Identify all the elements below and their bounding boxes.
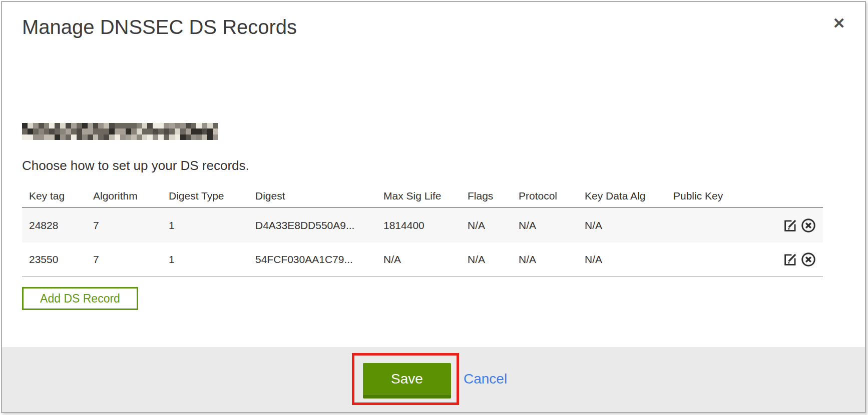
cell-digest-type: 1 [169, 220, 255, 232]
delete-record-button[interactable] [800, 251, 817, 268]
column-header-digest-type: Digest Type [169, 190, 255, 202]
cell-protocol: N/A [519, 254, 585, 266]
column-header-digest: Digest [255, 190, 383, 202]
table-row: 23550 7 1 54FCF030AA1C79... N/A N/A N/A … [22, 242, 823, 277]
cell-key-data-alg: N/A [585, 220, 673, 232]
table-header-row: Key tag Algorithm Digest Type Digest Max… [22, 185, 823, 208]
cell-protocol: N/A [519, 220, 585, 232]
manage-dnssec-modal: Manage DNSSEC DS Records ✕ Choose how to… [1, 1, 866, 413]
edit-icon [782, 252, 798, 268]
close-icon[interactable]: ✕ [828, 12, 850, 34]
add-ds-record-button[interactable]: Add DS Record [22, 287, 138, 310]
setup-instruction-text: Choose how to set up your DS records. [22, 158, 249, 174]
table-row: 24828 7 1 D4A33E8DD550A9... 1814400 N/A … [22, 208, 823, 242]
delete-icon [800, 252, 816, 268]
cell-max-sig-life: 1814400 [383, 220, 468, 232]
edit-record-button[interactable] [782, 251, 799, 268]
save-button[interactable]: Save [363, 363, 451, 398]
row-actions [748, 251, 823, 268]
ds-records-table: Key tag Algorithm Digest Type Digest Max… [22, 185, 823, 277]
column-header-key-data-alg: Key Data Alg [585, 190, 673, 202]
cell-algorithm: 7 [93, 254, 169, 266]
modal-title: Manage DNSSEC DS Records [22, 16, 297, 38]
column-header-key-tag: Key tag [22, 190, 93, 202]
cell-flags: N/A [468, 220, 519, 232]
column-header-algorithm: Algorithm [93, 190, 169, 202]
column-header-protocol: Protocol [519, 190, 585, 202]
cell-digest: D4A33E8DD550A9... [255, 220, 383, 232]
cancel-link[interactable]: Cancel [464, 371, 507, 387]
column-header-flags: Flags [468, 190, 519, 202]
column-header-max-sig-life: Max Sig Life [383, 190, 468, 202]
cell-key-tag: 23550 [22, 254, 93, 266]
cell-key-data-alg: N/A [585, 254, 673, 266]
redacted-domain [22, 123, 218, 140]
column-header-public-key: Public Key [673, 190, 748, 202]
delete-icon [800, 218, 816, 234]
cell-max-sig-life: N/A [383, 254, 468, 266]
cell-digest-type: 1 [169, 254, 255, 266]
edit-record-button[interactable] [782, 217, 799, 234]
cell-algorithm: 7 [93, 220, 169, 232]
cell-flags: N/A [468, 254, 519, 266]
row-actions [748, 217, 823, 234]
edit-icon [782, 218, 798, 234]
cell-digest: 54FCF030AA1C79... [255, 254, 383, 266]
delete-record-button[interactable] [800, 217, 817, 234]
cell-key-tag: 24828 [22, 220, 93, 232]
